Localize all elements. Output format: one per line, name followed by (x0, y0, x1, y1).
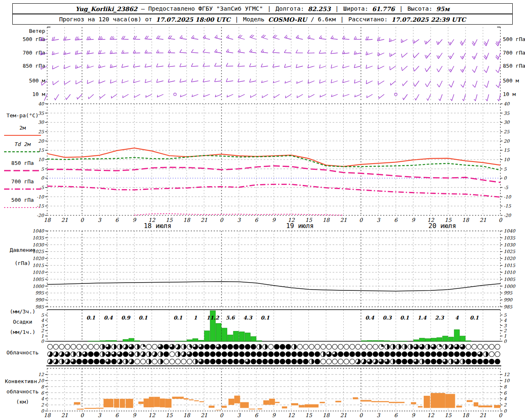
svg-text:0: 0 (80, 412, 84, 418)
svg-text:3: 3 (98, 217, 102, 223)
svg-text:6: 6 (504, 390, 507, 396)
svg-text:21: 21 (340, 217, 347, 223)
svg-text:0: 0 (504, 409, 507, 414)
svg-text:10: 10 (504, 378, 510, 383)
svg-text:990: 990 (504, 297, 513, 303)
svg-text:9: 9 (132, 412, 137, 418)
svg-text:1040: 1040 (32, 228, 44, 234)
svg-text:0.3: 0.3 (383, 315, 392, 321)
svg-text:1035: 1035 (504, 235, 516, 241)
svg-text:15: 15 (445, 412, 452, 418)
svg-text:1020: 1020 (32, 256, 44, 261)
svg-text:30: 30 (504, 120, 510, 125)
svg-text:990: 990 (35, 297, 44, 303)
svg-text:1030: 1030 (32, 242, 44, 248)
svg-text:0: 0 (220, 412, 224, 418)
svg-text:18 июля: 18 июля (144, 222, 171, 230)
svg-text:0.1: 0.1 (260, 315, 269, 321)
svg-text:25: 25 (504, 129, 510, 135)
svg-text:0.1: 0.1 (470, 315, 479, 321)
svg-text:5: 5 (504, 313, 507, 318)
svg-text:2.3: 2.3 (435, 315, 444, 321)
svg-text:-10: -10 (504, 194, 511, 200)
svg-text:21: 21 (201, 217, 208, 223)
svg-text:11.2: 11.2 (207, 315, 220, 321)
svg-text:21: 21 (61, 412, 68, 418)
svg-text:995: 995 (504, 290, 513, 296)
svg-text:2: 2 (41, 328, 44, 333)
svg-text:5: 5 (504, 167, 507, 172)
svg-text:18: 18 (462, 217, 470, 223)
svg-text:0: 0 (80, 217, 84, 223)
svg-text:1010: 1010 (504, 270, 516, 275)
svg-text:1030: 1030 (504, 242, 516, 248)
svg-text:0: 0 (41, 176, 44, 181)
svg-text:8: 8 (504, 384, 507, 390)
svg-text:985: 985 (35, 304, 44, 310)
svg-text:3: 3 (377, 217, 381, 223)
svg-text:1020: 1020 (504, 256, 516, 261)
svg-text:985: 985 (504, 304, 513, 310)
svg-text:10: 10 (504, 157, 510, 162)
svg-text:10: 10 (38, 378, 44, 383)
svg-text:1000: 1000 (504, 284, 516, 289)
svg-text:6: 6 (394, 412, 398, 418)
svg-text:4: 4 (504, 318, 507, 323)
svg-text:0.4: 0.4 (104, 315, 113, 321)
svg-text:4: 4 (455, 315, 459, 321)
svg-text:4: 4 (41, 396, 44, 402)
svg-text:21: 21 (479, 412, 486, 418)
svg-text:1040: 1040 (504, 228, 516, 234)
svg-text:0: 0 (504, 339, 507, 344)
svg-text:21: 21 (61, 217, 68, 223)
svg-text:2: 2 (504, 402, 507, 408)
svg-text:1000: 1000 (32, 284, 44, 289)
svg-text:40: 40 (504, 101, 510, 107)
svg-text:9: 9 (132, 217, 137, 223)
svg-text:0: 0 (220, 217, 224, 223)
svg-text:1010: 1010 (32, 270, 44, 275)
svg-text:0: 0 (41, 339, 44, 344)
svg-text:15: 15 (504, 148, 510, 153)
svg-text:3: 3 (237, 217, 241, 223)
svg-text:20: 20 (504, 139, 510, 144)
svg-text:0: 0 (499, 217, 503, 223)
meteogram-page: Yug_Korliki_23862 – Предоставлено ФГБУ "… (0, 0, 525, 420)
svg-text:15: 15 (166, 412, 173, 418)
svg-text:19 июля: 19 июля (286, 222, 314, 230)
svg-text:4: 4 (504, 396, 507, 402)
svg-text:3: 3 (237, 412, 241, 418)
svg-text:1005: 1005 (504, 277, 516, 282)
svg-text:5: 5 (41, 313, 44, 318)
svg-text:21: 21 (201, 412, 208, 418)
svg-text:35: 35 (504, 111, 510, 116)
svg-text:9: 9 (411, 217, 415, 223)
svg-text:-5: -5 (504, 185, 509, 190)
svg-text:6: 6 (394, 217, 398, 223)
svg-text:0: 0 (504, 176, 507, 181)
svg-text:1: 1 (194, 315, 197, 321)
svg-text:18: 18 (323, 412, 330, 418)
svg-text:2: 2 (41, 402, 44, 408)
svg-text:1: 1 (504, 333, 507, 339)
svg-text:3: 3 (41, 323, 44, 329)
svg-text:20: 20 (38, 139, 44, 144)
svg-text:-10: -10 (37, 194, 44, 200)
svg-text:8: 8 (41, 384, 44, 390)
svg-text:0.1: 0.1 (400, 315, 409, 321)
svg-text:1025: 1025 (504, 249, 516, 254)
svg-text:6: 6 (41, 390, 44, 396)
svg-text:-20: -20 (37, 213, 44, 218)
svg-text:21: 21 (340, 412, 347, 418)
svg-text:3: 3 (98, 412, 102, 418)
svg-text:9: 9 (411, 412, 415, 418)
svg-text:9: 9 (272, 217, 276, 223)
svg-text:0.4: 0.4 (365, 315, 374, 321)
svg-text:12: 12 (148, 412, 155, 418)
svg-text:18: 18 (183, 217, 191, 223)
svg-text:0.1: 0.1 (86, 315, 95, 321)
svg-text:1005: 1005 (32, 277, 44, 282)
svg-text:6: 6 (115, 217, 119, 223)
svg-text:18: 18 (44, 217, 51, 223)
svg-text:-20: -20 (504, 213, 511, 218)
